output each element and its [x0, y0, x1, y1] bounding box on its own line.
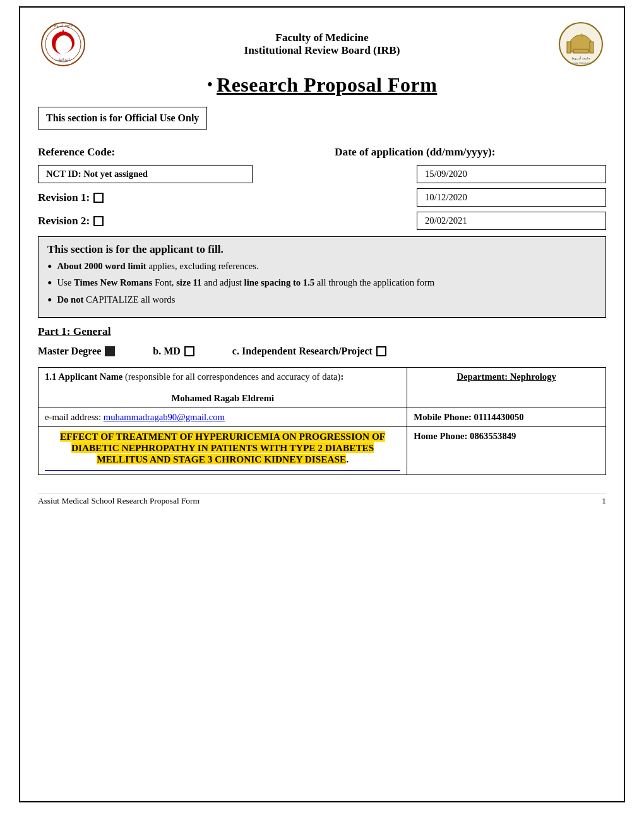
bullet-text-3: Do not CAPITALIZE all words — [57, 294, 175, 305]
date-box-1: 15/09/2020 — [417, 165, 606, 183]
revision1-checkbox[interactable] — [93, 193, 104, 203]
title-cell: EFFECT OF TREATMENT OF HYPERURICEMIA ON … — [39, 427, 407, 475]
applicant-section-title: This section is for the applicant to fil… — [47, 243, 597, 256]
info-table: 1.1 Applicant Name (responsible for all … — [38, 367, 606, 475]
bullet-item-1: • About 2000 word limit applies, excludi… — [47, 261, 597, 274]
svg-text:☽: ☽ — [579, 33, 583, 39]
svg-rect-6 — [573, 49, 588, 53]
mobile-cell: Mobile Phone: 01114430050 — [407, 408, 606, 427]
official-use-box: This section is for Official Use Only — [38, 107, 207, 130]
page: كلية الطب جامعة أسيوط Faculty of Medicin… — [19, 6, 625, 802]
revision2-row: Revision 2: 20/02/2021 — [38, 212, 606, 230]
degree-item-b: b. MD — [153, 346, 194, 357]
applicant-label: 1.1 Applicant Name — [45, 372, 122, 382]
date-box-3: 20/02/2021 — [417, 212, 606, 230]
table-row-applicant: 1.1 Applicant Name (responsible for all … — [39, 368, 606, 408]
svg-text:جامعة أسيوط: جامعة أسيوط — [54, 23, 72, 28]
title-bullet: • — [207, 76, 213, 94]
page-title: Research Proposal Form — [217, 73, 437, 97]
applicant-sublabel: (responsible for all correspondences and… — [125, 372, 343, 382]
degree-a-checkbox[interactable] — [105, 346, 115, 356]
email-label: e-mail address: — [45, 412, 104, 422]
svg-text:كلية الطب: كلية الطب — [56, 58, 71, 61]
bullet-dot-2: • — [47, 276, 52, 291]
department-cell: Department: Nephrology — [407, 368, 606, 408]
bullet-dot-1: • — [47, 260, 52, 274]
title-row: • Research Proposal Form — [38, 73, 606, 97]
degree-row: Master Degree b. MD c. Independent Resea… — [38, 346, 606, 357]
footer-right: 1 — [602, 496, 606, 506]
footer-left: Assiut Medical School Research Proposal … — [38, 496, 200, 506]
ref-date-row: Reference Code: Date of application (dd/… — [38, 146, 606, 159]
degree-c-label: c. Independent Research/Project — [232, 346, 373, 357]
email-cell: e-mail address: muhammadragab90@gmail.co… — [39, 408, 407, 427]
degree-item-a: Master Degree — [38, 346, 115, 357]
reference-code-label: Reference Code: — [38, 146, 309, 159]
bullet-item-2: • Use Times New Romans Font, size 11 and… — [47, 277, 597, 291]
bullet-dot-3: • — [47, 293, 52, 308]
nct-id-box: NCT ID: Not yet assigned — [38, 165, 253, 183]
degree-b-label: b. MD — [153, 346, 181, 357]
revision1-label: Revision 1: — [38, 191, 104, 204]
bullet-text-2: Use Times New Romans Font, size 11 and a… — [57, 277, 434, 288]
part1-title: Part 1: General — [38, 325, 606, 338]
svg-text:جامعة أسيوط: جامعة أسيوط — [571, 56, 590, 61]
table-row-title: EFFECT OF TREATMENT OF HYPERURICEMIA ON … — [39, 427, 606, 475]
nct-date-row: NCT ID: Not yet assigned 15/09/2020 — [38, 165, 606, 183]
applicant-name-value: Mohamed Ragab Eldremi — [45, 393, 400, 404]
right-logo: ☽ جامعة أسيوط Assiut University — [556, 19, 606, 70]
applicant-name-cell: 1.1 Applicant Name (responsible for all … — [39, 368, 407, 408]
footer: Assiut Medical School Research Proposal … — [38, 493, 606, 506]
department-label: Department: Nephrology — [457, 372, 556, 382]
title-end: . — [346, 454, 349, 464]
applicant-section: This section is for the applicant to fil… — [38, 236, 606, 318]
date-box-2: 10/12/2020 — [417, 188, 606, 207]
revision2-checkbox[interactable] — [93, 216, 104, 226]
email-value[interactable]: muhammadragab90@gmail.com — [104, 412, 225, 422]
degree-a-label: Master Degree — [38, 346, 101, 357]
degree-b-checkbox[interactable] — [184, 346, 194, 356]
irb-name: Institutional Review Board (IRB) — [88, 44, 556, 57]
svg-rect-7 — [567, 42, 571, 53]
header: كلية الطب جامعة أسيوط Faculty of Medicin… — [38, 19, 606, 70]
faculty-name: Faculty of Medicine — [88, 32, 556, 44]
bullet-item-3: • Do not CAPITALIZE all words — [47, 294, 597, 308]
header-center: Faculty of Medicine Institutional Review… — [88, 32, 556, 57]
bullet-text-1: About 2000 word limit applies, excluding… — [57, 261, 258, 272]
degree-item-c: c. Independent Research/Project — [232, 346, 386, 357]
svg-rect-8 — [590, 42, 593, 53]
date-label: Date of application (dd/mm/yyyy): — [309, 146, 606, 159]
table-row-email: e-mail address: muhammadragab90@gmail.co… — [39, 408, 606, 427]
home-phone-cell: Home Phone: 0863553849 — [407, 427, 606, 475]
degree-c-checkbox[interactable] — [376, 346, 386, 356]
revision2-label: Revision 2: — [38, 215, 104, 227]
left-logo: كلية الطب جامعة أسيوط — [38, 19, 88, 70]
title-highlight: EFFECT OF TREATMENT OF HYPERURICEMIA ON … — [60, 431, 385, 464]
svg-text:Assiut University: Assiut University — [572, 61, 590, 64]
revision1-row: Revision 1: 10/12/2020 — [38, 188, 606, 207]
official-use-label: This section is for Official Use Only — [46, 112, 199, 123]
